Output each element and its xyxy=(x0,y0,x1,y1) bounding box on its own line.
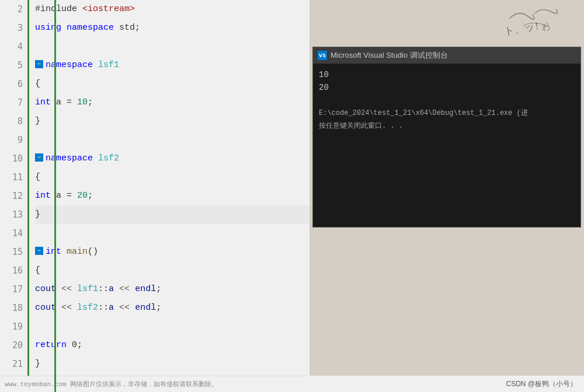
code-line: cout << lsf1::a << endl; xyxy=(35,280,310,299)
code-line: int a = 20; xyxy=(35,187,310,205)
collapse-icon[interactable]: − xyxy=(35,153,43,162)
line-number: 5 xyxy=(18,56,23,75)
line-number: 2 xyxy=(18,0,23,19)
line-number: 11 xyxy=(12,168,23,187)
line-number: 7 xyxy=(18,93,23,112)
code-editor: 23456789101112131415161718192021 #includ… xyxy=(0,0,310,392)
code-line: { xyxy=(35,261,310,280)
vs-console-window[interactable]: vs Microsoft Visual Studio 调试控制台 1020 E:… xyxy=(312,47,581,228)
code-line: −namespace lsf1 xyxy=(35,56,310,75)
code-content[interactable]: #include <iostream> using namespace std;… xyxy=(29,0,310,392)
watermark-text-left: www.toymoban.com 网络图片仅供展示，非存储，如有侵权请联系删除。 xyxy=(5,380,218,388)
vs-icon: vs xyxy=(318,51,327,60)
attribution-bar: CSDN @板鸭（小号） xyxy=(310,376,584,392)
collapse-icon[interactable]: − xyxy=(35,247,43,255)
code-line xyxy=(35,37,310,56)
svg-text:ト、ッ!: ト、ッ! xyxy=(503,20,539,37)
line-number: 20 xyxy=(12,336,23,355)
code-line: −namespace lsf2 xyxy=(35,149,310,168)
console-output-line xyxy=(319,94,575,107)
vs-console-titlebar[interactable]: vs Microsoft Visual Studio 调试控制台 xyxy=(313,47,580,64)
line-number: 9 xyxy=(18,131,23,149)
code-line: cout << lsf2::a << endl; xyxy=(35,299,310,317)
code-line: return 0; xyxy=(35,336,310,355)
console-output-line: 10 xyxy=(319,68,575,81)
code-line: #include <iostream> xyxy=(35,0,310,19)
vs-console-title: Microsoft Visual Studio 调试控制台 xyxy=(331,50,448,61)
attribution-text: CSDN @板鸭（小号） xyxy=(506,379,577,389)
line-number: 16 xyxy=(12,261,23,280)
code-line: −int main() xyxy=(35,243,310,261)
code-line: } xyxy=(35,112,310,131)
line-number: 14 xyxy=(12,224,23,243)
line-number: 4 xyxy=(18,37,23,56)
handwriting-decoration: ト、ッ! わ xyxy=(491,0,584,47)
line-number: 12 xyxy=(12,187,23,205)
line-number: 3 xyxy=(18,19,23,37)
code-line: int a = 10; xyxy=(35,93,310,112)
line-number: 18 xyxy=(12,299,23,317)
code-line: } xyxy=(35,205,310,224)
code-line: { xyxy=(35,75,310,93)
line-number: 19 xyxy=(12,317,23,336)
line-number: 8 xyxy=(18,112,23,131)
code-line xyxy=(35,317,310,336)
line-number: 21 xyxy=(12,355,23,373)
console-output-line: 按任意键关闭此窗口. . . xyxy=(319,120,575,132)
code-line: } xyxy=(35,355,310,373)
code-line: { xyxy=(35,168,310,187)
code-line: using namespace std; xyxy=(35,19,310,37)
line-number: 17 xyxy=(12,280,23,299)
code-area: 23456789101112131415161718192021 #includ… xyxy=(0,0,310,392)
line-number: 6 xyxy=(18,75,23,93)
editor-border-line xyxy=(54,0,56,392)
collapse-icon[interactable]: − xyxy=(35,60,43,68)
line-number: 10 xyxy=(12,149,23,168)
line-number: 15 xyxy=(12,243,23,261)
console-output-line: 20 xyxy=(319,81,575,94)
watermark-bar-left: www.toymoban.com 网络图片仅供展示，非存储，如有侵权请联系删除。 xyxy=(0,376,310,392)
console-output-line: E:\code_2024\test_1_21\x64\Debug\test_1_… xyxy=(319,107,575,120)
vs-console-output: 1020 E:\code_2024\test_1_21\x64\Debug\te… xyxy=(313,64,580,227)
line-number: 13 xyxy=(12,205,23,224)
line-numbers: 23456789101112131415161718192021 xyxy=(0,0,29,392)
svg-text:わ: わ xyxy=(541,22,550,32)
code-line xyxy=(35,131,310,149)
code-line xyxy=(35,224,310,243)
